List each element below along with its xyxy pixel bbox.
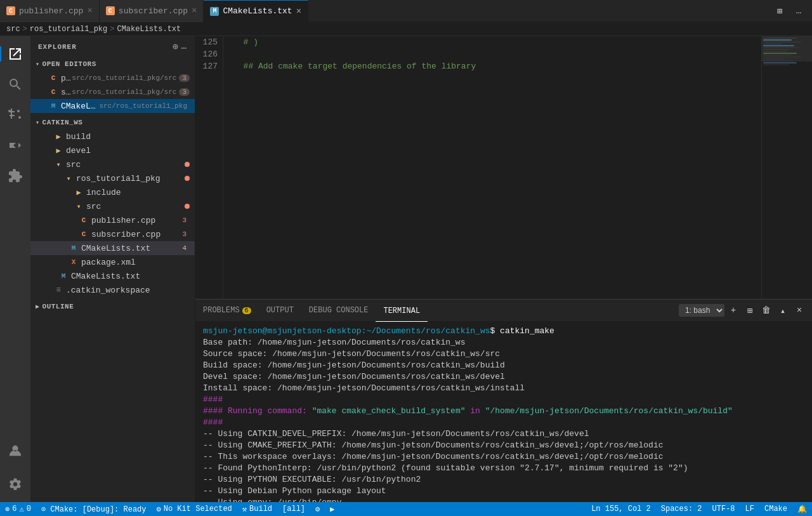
catkin-ws-section[interactable]: ▾ CATKIN_WS — [30, 116, 195, 129]
tree-src[interactable]: ▾ src — [30, 157, 195, 171]
more-actions-button[interactable]: … — [790, 3, 807, 19]
sidebar: EXPLORER ⊕ … ▾ OPEN EDITORS C publisher.… — [30, 36, 195, 502]
folder-open-icon2: ▾ — [63, 173, 74, 183]
tree-subscriber[interactable]: C subscriber.cpp 3 — [30, 227, 195, 241]
tree-src-inner[interactable]: ▾ src — [30, 199, 195, 213]
status-spaces[interactable]: Spaces: 2 — [656, 502, 707, 516]
open-editor-subscriber-path: src/ros_tutorial1_pkg/src — [72, 88, 176, 96]
tree-cmake-src[interactable]: M CMakeLists.txt — [30, 269, 195, 283]
spaces-label: Spaces: 2 — [661, 505, 702, 513]
open-editor-publisher[interactable]: C publisher.cpp src/ros_tutorial1_pkg/sr… — [30, 71, 195, 85]
status-build[interactable]: ⚒ Build — [237, 502, 277, 516]
tab-actions: ⊞ … — [771, 3, 812, 19]
activity-run[interactable] — [0, 130, 30, 161]
tree-include[interactable]: ▶ include — [30, 185, 195, 199]
panel-close-button[interactable]: × — [792, 303, 807, 318]
tree-devel[interactable]: ▶ devel — [30, 143, 195, 157]
panel-tab-terminal[interactable]: TERMINAL — [376, 300, 428, 322]
tree-src-label: src — [66, 160, 182, 169]
tree-catkin-workspace[interactable]: ≡ .catkin_workspace — [30, 283, 195, 297]
tab-cmake[interactable]: M CMakeLists.txt × — [204, 0, 308, 22]
subscriber-error-badge: 3 — [179, 88, 190, 96]
activity-source-control[interactable] — [0, 100, 30, 130]
activity-settings[interactable] — [0, 469, 30, 499]
term-line-10: -- Using CATKIN_DEVEL_PREFIX: /home/msju… — [203, 428, 804, 440]
panel-tab-debug[interactable]: DEBUG CONSOLE — [301, 300, 376, 322]
cpp-icon2: C — [106, 6, 115, 15]
sidebar-more-button[interactable]: … — [181, 41, 187, 52]
build-label: Build — [249, 505, 272, 513]
status-all[interactable]: [all] — [277, 502, 310, 516]
open-editor-cmake[interactable]: M CMakeLists.txt src/ros_tutorial1_pkg — [30, 99, 195, 113]
term-line-11: -- Using CMAKE_PREFIX_PATH: /home/msjun-… — [203, 440, 804, 451]
activity-extensions[interactable] — [0, 161, 30, 191]
workspace-icon: ≡ — [53, 285, 63, 295]
terminal-label: TERMINAL — [383, 307, 420, 315]
status-position[interactable]: Ln 155, Col 2 — [586, 502, 656, 516]
error-count: 6 — [12, 505, 16, 513]
panel-split-button[interactable]: ⊞ — [742, 303, 757, 318]
minimap-line — [763, 39, 792, 41]
status-errors[interactable]: ⊗ 6 ⚠ 0 — [0, 502, 36, 516]
code-area[interactable]: # ) ## Add cmake target dependencies of … — [223, 36, 761, 299]
minimap-line — [763, 41, 801, 43]
minimap-line — [763, 43, 782, 44]
minimap-line — [763, 45, 794, 46]
status-run[interactable]: ▶ — [325, 502, 339, 516]
panel-tab-output[interactable]: OUTPUT — [259, 300, 301, 322]
terminal-selector[interactable]: 1: bash — [679, 304, 724, 317]
panel-tab-problems[interactable]: PROBLEMS 6 — [195, 300, 259, 322]
status-encoding[interactable]: UTF-8 — [707, 502, 740, 516]
panel-add-button[interactable]: + — [726, 303, 741, 318]
tab-subscriber-close[interactable]: × — [192, 6, 197, 16]
status-right: Ln 155, Col 2 Spaces: 2 UTF-8 LF CMake 🔔 — [586, 502, 812, 516]
open-editor-subscriber[interactable]: C subscriber.cpp src/ros_tutorial1_pkg/s… — [30, 85, 195, 99]
tab-subscriber[interactable]: C subscriber.cpp × — [100, 0, 204, 22]
new-file-button[interactable]: ⊕ — [173, 41, 178, 52]
term-line-2: Base path: /home/msjun-jetson/Documents/… — [203, 337, 804, 348]
open-editors-section[interactable]: ▾ OPEN EDITORS — [30, 57, 195, 71]
tab-bar: C publisher.cpp × C subscriber.cpp × M C… — [0, 0, 812, 22]
outline-chevron: ▶ — [36, 303, 40, 310]
status-language[interactable]: CMake — [759, 502, 792, 516]
sidebar-header-actions: ⊕ … — [173, 41, 187, 52]
outline-section[interactable]: ▶ OUTLINE — [30, 300, 195, 314]
run-icon: ▶ — [330, 505, 334, 514]
panel: PROBLEMS 6 OUTPUT DEBUG CONSOLE TERMINAL — [195, 299, 812, 502]
tab-cmake-close[interactable]: × — [296, 6, 301, 17]
tree-publisher[interactable]: C publisher.cpp 3 — [30, 213, 195, 227]
status-gear[interactable]: ⚙ — [310, 502, 325, 516]
cmake-file-icon: M — [48, 101, 58, 111]
activity-search[interactable] — [0, 69, 30, 100]
status-no-kit[interactable]: ⚙ No Kit Selected — [152, 502, 237, 516]
tree-build[interactable]: ▶ build — [30, 129, 195, 143]
terminal-body[interactable]: msjun-jetson@msjunjetson-desktop:~/Docum… — [195, 322, 812, 502]
tree-cmake-pkg[interactable]: M CMakeLists.txt 4 — [30, 241, 195, 255]
publisher-error-badge: 3 — [179, 74, 190, 82]
cmake-icon: M — [210, 7, 219, 16]
term-line-9: #### — [203, 417, 804, 428]
activity-accounts[interactable] — [0, 436, 30, 466]
minimap — [761, 36, 812, 299]
tree-package-xml-label: package.xml — [81, 258, 190, 267]
status-notifications[interactable]: 🔔 — [792, 502, 812, 516]
tab-subscriber-label: subscriber.cpp — [119, 6, 188, 16]
status-cmake-debug[interactable]: ⊙ CMake: [Debug]: Ready — [36, 502, 152, 516]
tab-publisher[interactable]: C publisher.cpp × — [0, 0, 100, 22]
tree-ros-pkg[interactable]: ▾ ros_tutorial1_pkg — [30, 171, 195, 185]
activity-explorer[interactable] — [0, 39, 30, 69]
open-editor-publisher-path: src/ros_tutorial1_pkg/src — [72, 74, 176, 82]
tree-src-inner-label: src — [86, 202, 182, 211]
cmake-icon3: M — [58, 271, 69, 281]
term-line-15: -- Using Debian Python package layout — [203, 486, 804, 497]
breadcrumb-src[interactable]: src — [6, 25, 20, 34]
status-eol[interactable]: LF — [740, 502, 759, 516]
tab-publisher-close[interactable]: × — [87, 6, 92, 16]
split-editor-button[interactable]: ⊞ — [771, 3, 788, 19]
breadcrumb-pkg[interactable]: ros_tutorial1_pkg — [30, 25, 107, 34]
panel-maximize-button[interactable]: ▴ — [775, 303, 790, 318]
minimap-line — [763, 53, 797, 54]
tab-cmake-label: CMakeLists.txt — [223, 6, 292, 16]
panel-kill-button[interactable]: 🗑 — [759, 303, 774, 318]
tree-package-xml[interactable]: X package.xml — [30, 255, 195, 269]
